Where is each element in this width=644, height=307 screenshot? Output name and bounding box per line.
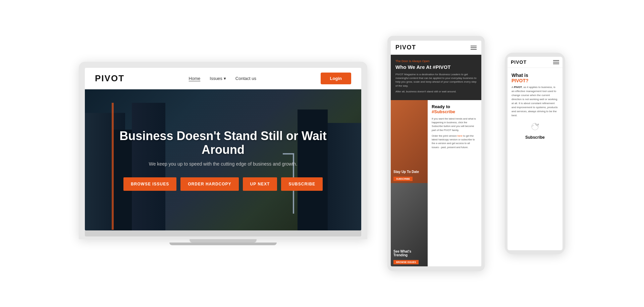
tablet-screen: PIVOT The Door is Always Open Who We Are… xyxy=(391,41,481,266)
card-trending-title: See What's Trending xyxy=(393,250,425,257)
tablet-logo: PIVOT xyxy=(395,44,416,51)
laptop-body: PIVOT Home Issues ▾ Contact us Login xyxy=(79,62,367,239)
hamburger-icon[interactable] xyxy=(471,46,477,50)
up-next-button[interactable]: UP NEXT xyxy=(243,177,277,191)
tablet-device: PIVOT The Door is Always Open Who We Are… xyxy=(387,36,485,271)
laptop-hero: Business Doesn't Stand Still or Wait Aro… xyxy=(85,89,361,230)
login-button[interactable]: Login xyxy=(321,73,351,84)
scene: PIVOT Home Issues ▾ Contact us Login xyxy=(0,0,644,307)
tablet-right-title: Ready to #Subscribe xyxy=(432,104,477,114)
card-stay-button[interactable]: SUBSCRIBE xyxy=(393,177,413,181)
phone-loader xyxy=(512,122,558,132)
phone-content: What is PIVOT? A PIVOT, as it applies to… xyxy=(507,68,562,250)
nav-contact[interactable]: Contact us xyxy=(235,76,256,81)
nav-home[interactable]: Home xyxy=(189,76,201,81)
phone-title: What is PIVOT? xyxy=(512,73,558,83)
tablet-hero-text2: After all, business doesn't stand still … xyxy=(395,90,477,93)
phone-subscribe-label: Subscribe xyxy=(512,135,558,140)
phone-navbar: PIVOT xyxy=(507,57,562,68)
laptop-screen: PIVOT Home Issues ▾ Contact us Login xyxy=(85,68,361,230)
hero-subtitle: We keep you up to speed with the cutting… xyxy=(149,161,298,167)
laptop-nav-links: Home Issues ▾ Contact us xyxy=(189,76,256,81)
laptop-logo: PIVOT xyxy=(95,73,124,84)
tablet-right-text2: Order the print version here to get the … xyxy=(432,134,477,149)
tablet-hero-title: Who We Are At #PIVOT xyxy=(395,64,477,70)
phone-logo: PIVOT xyxy=(511,59,527,65)
subscribe-button[interactable]: SUBSCRIBE xyxy=(281,177,323,191)
card-stay-title: Stay Up To Date xyxy=(393,170,425,174)
hero-content: Business Doesn't Stand Still or Wait Aro… xyxy=(85,89,361,230)
card-trending-label: See What's Trending BROWSE ISSUES xyxy=(391,248,428,266)
tablet-right-text1: If you want the latest trends and what i… xyxy=(432,117,477,132)
laptop-foot xyxy=(169,243,277,245)
phone-hamburger-icon[interactable] xyxy=(553,60,559,64)
tablet-hero-text1: PIVOT Magazine is a destination for Busi… xyxy=(395,73,477,88)
phone-device: PIVOT What is PIVOT? A PIVOT, as it appl… xyxy=(505,53,565,254)
browse-issues-button[interactable]: BROWSE ISSUES xyxy=(123,177,176,191)
tablet-card-trending: See What's Trending BROWSE ISSUES xyxy=(391,183,428,266)
laptop-navbar: PIVOT Home Issues ▾ Contact us Login xyxy=(85,68,361,89)
tablet-hero-tag: The Door is Always Open xyxy=(395,59,477,63)
hero-title: Business Doesn't Stand Still or Wait Aro… xyxy=(118,129,328,157)
tablet-content: Stay Up To Date SUBSCRIBE See What's Tre… xyxy=(391,100,481,266)
hero-buttons: BROWSE ISSUES ORDER HARDCOPY UP NEXT SUB… xyxy=(123,177,323,191)
tablet-hero-section: The Door is Always Open Who We Are At #P… xyxy=(391,55,481,100)
laptop-base xyxy=(85,230,361,236)
card-stay-label: Stay Up To Date SUBSCRIBE xyxy=(391,168,428,183)
card-trending-button[interactable]: BROWSE ISSUES xyxy=(393,260,419,264)
laptop-stand xyxy=(190,239,257,243)
svg-point-4 xyxy=(532,123,538,130)
tablet-card-stay: Stay Up To Date SUBSCRIBE xyxy=(391,100,428,183)
tablet-right-column: Ready to #Subscribe If you want the late… xyxy=(428,100,481,266)
phone-text: A PIVOT, as it applies to business, is a… xyxy=(512,85,558,118)
loading-icon xyxy=(530,122,540,132)
laptop-device: PIVOT Home Issues ▾ Contact us Login xyxy=(79,62,367,245)
nav-issues[interactable]: Issues ▾ xyxy=(210,76,226,81)
chevron-down-icon: ▾ xyxy=(224,76,226,81)
tablet-navbar: PIVOT xyxy=(391,41,481,55)
phone-screen: PIVOT What is PIVOT? A PIVOT, as it appl… xyxy=(507,57,562,250)
tablet-left-column: Stay Up To Date SUBSCRIBE See What's Tre… xyxy=(391,100,428,266)
tablet-link[interactable]: here xyxy=(458,134,463,137)
order-hardcopy-button[interactable]: ORDER HARDCOPY xyxy=(180,177,238,191)
